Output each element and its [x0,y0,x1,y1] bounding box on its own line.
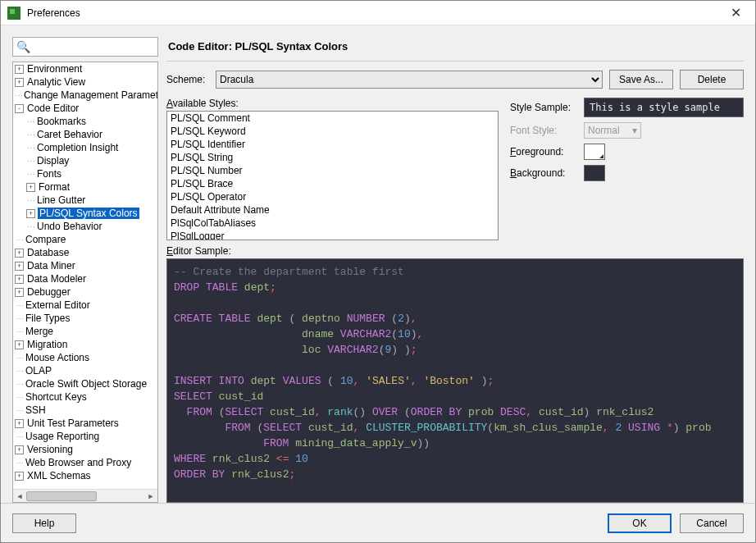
style-list-item[interactable]: Default Attribute Name [167,203,498,217]
tree-item[interactable]: ⋯Compare [13,233,157,246]
expand-icon[interactable]: + [15,275,24,284]
tree-item[interactable]: ⋯Mouse Actions [13,351,157,364]
tree-item[interactable]: +Data Miner [13,259,157,272]
search-input[interactable] [34,41,157,52]
tree-item-label: OLAP [25,365,52,376]
tree-item[interactable]: +Analytic View [13,75,157,89]
tree-item[interactable]: +Debugger [13,285,157,299]
scroll-left-icon[interactable]: ◄ [13,491,26,502]
tree-item[interactable]: ⋯Shortcut Keys [13,390,157,404]
tree-item-label: Display [36,155,70,167]
style-list-item[interactable]: PL/SQL Comment [167,112,498,125]
tree-item[interactable]: ⋯Oracle Swift Object Storage [13,377,157,390]
style-list-item[interactable]: PlSqlColTabAliases [167,217,498,230]
style-list-item[interactable]: PL/SQL String [167,151,498,164]
available-styles-list[interactable]: PL/SQL CommentPL/SQL KeywordPL/SQL Ident… [166,111,499,240]
tree-item[interactable]: +Data Modeler [13,272,157,285]
expand-icon[interactable]: + [15,65,24,74]
tree-item[interactable]: ⋯OLAP [13,364,157,377]
tree-item-label: Database [26,247,70,258]
expand-icon[interactable]: + [15,472,24,481]
tree-item-label: Migration [26,339,68,350]
tree-item[interactable]: ⋯Line Gutter [13,194,157,207]
tree-item-label: Usage Reporting [25,431,100,442]
expand-icon[interactable]: + [26,183,35,192]
expand-icon[interactable]: + [15,445,24,454]
background-label: Background: [510,167,576,179]
expand-icon[interactable]: + [15,249,24,258]
expand-icon[interactable]: + [15,262,24,271]
tree-leaf-icon: ⋯ [26,117,36,126]
background-color-picker[interactable] [584,165,605,181]
tree-item-label: Completion Insight [36,142,119,153]
page-title: Code Editor: PL/SQL Syntax Colors [166,37,744,62]
font-style-label: Font Style: [510,125,576,136]
tree-item-label: Unit Test Parameters [26,418,120,429]
tree-item[interactable]: ⋯SSH [13,404,157,417]
tree-item-label: Environment [26,63,83,75]
editor-sample-preview: -- Create the department table first DRO… [166,258,744,503]
tree-item[interactable]: +Environment [13,62,157,75]
app-icon [7,7,20,20]
tree-item[interactable]: +Versioning [13,443,157,456]
tree-item-label: Data Miner [26,260,76,272]
tree-item-label: Mouse Actions [25,352,90,363]
scroll-right-icon[interactable]: ► [144,491,157,502]
tree-item[interactable]: ⋯Undo Behavior [13,220,157,233]
tree-leaf-icon: ⋯ [15,327,25,336]
tree-item[interactable]: +Migration [13,338,157,351]
tree-leaf-icon: ⋯ [15,91,23,100]
tree-leaf-icon: ⋯ [15,459,25,468]
style-list-item[interactable]: PlSqlLogger [167,230,498,240]
scheme-select[interactable]: Dracula [216,71,603,89]
tree-item[interactable]: +XML Schemas [13,469,157,482]
tree-item[interactable]: -Code Editor [13,102,157,115]
tree-item[interactable]: ⋯Caret Behavior [13,128,157,141]
tree-item[interactable]: ⋯External Editor [13,299,157,312]
tree-item[interactable]: ⋯Fonts [13,167,157,180]
tree-item[interactable]: ⋯Completion Insight [13,141,157,154]
cancel-button[interactable]: Cancel [680,513,744,533]
tree-leaf-icon: ⋯ [15,380,25,389]
search-field-wrapper: 🔍 [12,37,158,57]
preferences-tree[interactable]: +Environment+Analytic View⋯Change Manage… [12,62,158,503]
font-style-select: Normal▾ [584,122,641,139]
tree-item[interactable]: ⋯Change Management Parameters [13,89,157,102]
help-button[interactable]: Help [12,513,76,533]
expand-icon[interactable]: + [26,209,35,218]
style-list-item[interactable]: PL/SQL Identifier [167,138,498,151]
style-list-item[interactable]: PL/SQL Keyword [167,125,498,138]
collapse-icon[interactable]: - [15,104,24,113]
tree-item[interactable]: ⋯Usage Reporting [13,430,157,443]
tree-item-label: Data Modeler [26,273,87,285]
foreground-color-picker[interactable] [584,144,605,160]
tree-item[interactable]: +Format [13,180,157,194]
style-list-item[interactable]: PL/SQL Brace [167,177,498,190]
tree-item[interactable]: ⋯Display [13,154,157,167]
tree-item[interactable]: ⋯Merge [13,325,157,338]
tree-item-label: Web Browser and Proxy [25,457,132,468]
save-as-button[interactable]: Save As... [609,70,673,89]
delete-button[interactable]: Delete [680,70,744,89]
tree-item[interactable]: +Database [13,246,157,259]
tree-item-label: External Editor [25,299,91,311]
tree-item[interactable]: +Unit Test Parameters [13,417,157,430]
tree-item[interactable]: +PL/SQL Syntax Colors [13,207,157,220]
tree-leaf-icon: ⋯ [15,301,25,310]
style-list-item[interactable]: PL/SQL Operator [167,190,498,203]
tree-scrollbar[interactable]: ◄ ► [13,489,157,502]
tree-item[interactable]: ⋯Bookmarks [13,115,157,128]
style-list-item[interactable]: PL/SQL Number [167,164,498,177]
ok-button[interactable]: OK [608,513,672,533]
tree-item[interactable]: ⋯Web Browser and Proxy [13,456,157,469]
expand-icon[interactable]: + [15,419,24,428]
expand-icon[interactable]: + [15,78,24,87]
tree-item-label: Compare [25,234,66,245]
close-button[interactable]: ✕ [717,2,754,25]
expand-icon[interactable]: + [15,340,24,349]
available-styles-label: Available Styles: [166,98,499,109]
expand-icon[interactable]: + [15,288,24,297]
tree-item[interactable]: ⋯File Types [13,312,157,325]
tree-item-label: Versioning [26,444,74,455]
tree-item-label: Bookmarks [36,116,87,127]
